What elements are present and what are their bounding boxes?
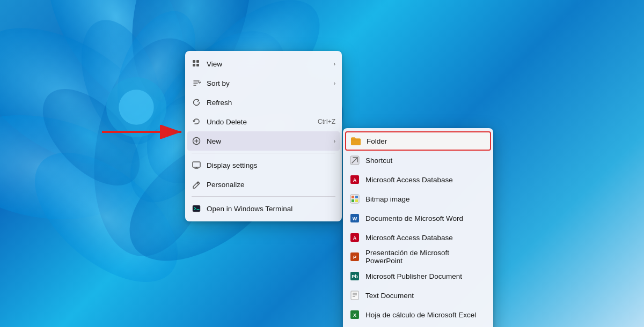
view-chevron: › <box>334 61 335 67</box>
svg-rect-51 <box>193 205 200 212</box>
personalize-label: Personalize <box>207 181 335 189</box>
submenu-new: Folder Shortcut A <box>343 128 493 327</box>
svg-point-13 <box>119 90 153 124</box>
view-icon <box>192 59 201 69</box>
svg-rect-29 <box>352 199 354 202</box>
shortcut-icon <box>349 155 360 166</box>
access1-label: Microsoft Access Database <box>365 176 487 184</box>
context-menu: View › Sort by › Refresh <box>185 51 342 221</box>
svg-rect-21 <box>196 64 199 66</box>
menu-item-terminal[interactable]: Open in Windows Terminal <box>185 199 342 218</box>
bitmap-icon <box>349 194 360 204</box>
divider-2 <box>192 196 335 197</box>
svg-rect-20 <box>193 64 195 66</box>
menu-item-new[interactable]: New › Folder <box>187 131 340 151</box>
view-label: View <box>207 60 328 68</box>
submenu-item-bitmap[interactable]: Bitmap image <box>343 189 493 209</box>
sort-label: Sort by <box>207 79 328 87</box>
excel-icon: X <box>349 309 360 320</box>
submenu-item-text[interactable]: Text Document <box>343 286 493 305</box>
publisher-label: Microsoft Publisher Document <box>365 272 487 280</box>
menu-item-view[interactable]: View › <box>185 54 342 73</box>
bitmap-label: Bitmap image <box>365 195 487 203</box>
access2-label: Microsoft Access Database <box>365 234 487 242</box>
access-icon-1: A <box>349 174 360 185</box>
svg-text:W: W <box>353 216 357 221</box>
new-chevron: › <box>334 138 335 144</box>
refresh-label: Refresh <box>207 99 335 107</box>
sort-icon <box>192 78 201 88</box>
svg-rect-27 <box>352 196 354 198</box>
menu-item-undo[interactable]: Undo Delete Ctrl+Z <box>185 112 342 131</box>
folder-label: Folder <box>367 137 486 145</box>
svg-rect-30 <box>355 199 358 202</box>
sort-chevron: › <box>334 80 335 86</box>
svg-text:A: A <box>353 235 357 241</box>
svg-text:A: A <box>353 177 357 183</box>
text-label: Text Document <box>365 292 487 300</box>
display-icon <box>192 160 201 170</box>
submenu-item-zip[interactable]: Compressed (zipped) Folder <box>343 324 493 327</box>
word-icon: W <box>349 213 360 224</box>
submenu-item-access2[interactable]: A Microsoft Access Database <box>343 228 493 247</box>
menu-item-sort[interactable]: Sort by › <box>185 73 342 93</box>
ppt-icon: P <box>349 251 360 262</box>
submenu-item-ppt[interactable]: P Presentación de Microsoft PowerPoint <box>343 247 493 266</box>
submenu-item-word[interactable]: W Documento de Microsoft Word <box>343 209 493 228</box>
terminal-icon <box>192 204 201 213</box>
submenu-item-shortcut[interactable]: Shortcut <box>343 151 493 170</box>
excel-label: Hoja de cálculo de Microsoft Excel <box>365 311 487 319</box>
menu-item-refresh[interactable]: Refresh <box>185 93 342 112</box>
terminal-label: Open in Windows Terminal <box>207 205 335 213</box>
submenu-item-publisher[interactable]: Pb Microsoft Publisher Document <box>343 266 493 286</box>
refresh-icon <box>192 98 201 107</box>
submenu-item-folder[interactable]: Folder <box>345 131 491 151</box>
menu-item-display[interactable]: Display settings <box>185 155 342 175</box>
svg-rect-39 <box>351 291 358 300</box>
svg-rect-18 <box>193 60 195 63</box>
divider-1 <box>192 153 335 153</box>
svg-rect-19 <box>196 60 199 63</box>
word-label: Documento de Microsoft Word <box>365 214 487 222</box>
undo-shortcut: Ctrl+Z <box>318 118 335 125</box>
personalize-icon <box>192 180 201 189</box>
svg-text:X: X <box>353 313 356 318</box>
folder-icon <box>350 136 361 146</box>
text-doc-icon <box>349 290 360 301</box>
publisher-icon: Pb <box>349 271 360 281</box>
ppt-label: Presentación de Microsoft PowerPoint <box>365 249 487 265</box>
svg-rect-28 <box>355 196 358 198</box>
red-arrow <box>102 125 188 139</box>
new-icon <box>192 136 201 146</box>
undo-label: Undo Delete <box>207 118 312 126</box>
display-label: Display settings <box>207 161 335 169</box>
undo-icon <box>192 117 201 127</box>
svg-text:Pb: Pb <box>352 274 358 279</box>
submenu-item-excel[interactable]: X Hoja de cálculo de Microsoft Excel <box>343 305 493 324</box>
svg-rect-50 <box>193 162 200 167</box>
access-icon-2: A <box>349 232 360 243</box>
menu-item-personalize[interactable]: Personalize <box>185 175 342 194</box>
shortcut-label: Shortcut <box>365 157 487 165</box>
svg-text:P: P <box>353 255 356 260</box>
new-label: New <box>207 137 328 145</box>
submenu-item-access1[interactable]: A Microsoft Access Database <box>343 170 493 189</box>
